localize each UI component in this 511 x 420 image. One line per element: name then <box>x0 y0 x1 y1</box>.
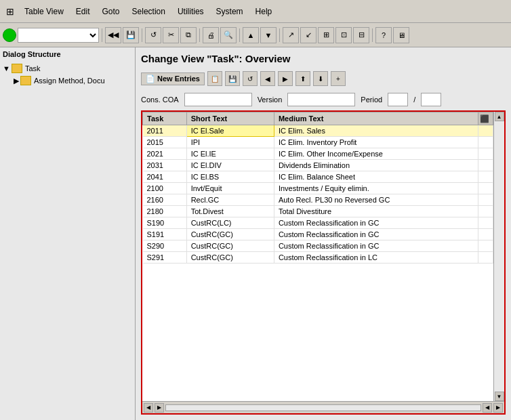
toolbar-copy-btn[interactable]: 📋 <box>207 71 222 86</box>
version-input[interactable] <box>287 93 355 106</box>
scroll-left-btn[interactable]: ◀ <box>144 403 153 413</box>
period-input2[interactable] <box>421 93 441 106</box>
cell-task: S290 <box>143 240 187 252</box>
export-btn[interactable]: ↗ <box>283 27 299 43</box>
find-btn[interactable]: 🔍 <box>220 27 237 43</box>
deselect-btn[interactable]: ⊟ <box>353 27 369 43</box>
folder-icon-assign <box>20 76 31 85</box>
menu-edit[interactable]: Edit <box>70 4 96 19</box>
menu-help[interactable]: Help <box>250 4 278 19</box>
table-row[interactable]: 2015IPIIC Elim. Inventory Profit <box>143 137 493 148</box>
down-btn[interactable]: ▼ <box>260 27 277 43</box>
separator-1 <box>102 28 102 42</box>
new-entries-button[interactable]: 📄 New Entries <box>141 72 205 85</box>
cell-task: 2041 <box>143 171 187 183</box>
table-scroll-area[interactable]: Task Short Text Medium Text ⬛ 2011IC El.… <box>142 112 493 401</box>
scroll-up-btn[interactable]: ▲ <box>495 112 504 121</box>
menu-tableview[interactable]: Table View <box>19 4 69 19</box>
cell-task: 2015 <box>143 137 187 148</box>
toolbar-nav-btn[interactable]: ◀ <box>260 71 275 86</box>
cell-task: 2160 <box>143 194 187 206</box>
menu-utilities[interactable]: Utilities <box>172 4 209 19</box>
cell-medium-text: IC Elim. Sales <box>274 125 478 137</box>
table-header-row: Task Short Text Medium Text ⬛ <box>143 112 493 125</box>
table-row[interactable]: 2180Tot.DivestTotal Divestiture <box>143 206 493 217</box>
cell-short-text: Invt/Equit <box>186 183 274 194</box>
folder-icon-task <box>12 64 22 73</box>
scroll-right-btn[interactable]: ▶ <box>155 403 164 413</box>
cell-task: 2021 <box>143 148 187 160</box>
app-icon[interactable]: ⊞ <box>3 4 18 19</box>
table-row[interactable]: S291CustRC(GC)Custom Reclassification in… <box>143 252 493 264</box>
execute-button[interactable] <box>3 28 16 42</box>
cell-short-text: Recl.GC <box>186 194 274 206</box>
separator-6 <box>372 28 373 42</box>
cell-task: 2180 <box>143 206 187 217</box>
table-row[interactable]: 2011IC El.SaleIC Elim. Sales <box>143 125 493 137</box>
period-input[interactable]: 0 <box>388 93 408 106</box>
help-toolbar-btn[interactable]: ? <box>375 27 392 43</box>
cons-coa-input[interactable] <box>184 93 252 106</box>
menu-selection[interactable]: Selection <box>127 4 171 19</box>
tree-item-task[interactable]: ▼ Task <box>3 62 132 75</box>
copy-btn[interactable]: ⧉ <box>180 27 197 43</box>
detail-btn[interactable]: ⊞ <box>318 27 334 43</box>
select-btn[interactable]: ⊡ <box>335 27 352 43</box>
table-row[interactable]: S191CustRC(GC)Custom Reclassification in… <box>143 229 493 240</box>
table-row[interactable]: S290CustRC(GC)Custom Reclassification in… <box>143 240 493 252</box>
content-area: Dialog Structure ▼ Task ▶ Assign Method,… <box>0 47 511 420</box>
up-btn[interactable]: ▲ <box>243 27 259 43</box>
import-btn[interactable]: ↙ <box>300 27 316 43</box>
table-row[interactable]: 2160Recl.GCAuto Recl. PL30 no Reversed G… <box>143 194 493 206</box>
expand-arrow-assign: ▶ <box>14 77 19 85</box>
table-row[interactable]: 2100Invt/EquitInvestments / Equity elimi… <box>143 183 493 194</box>
toolbar-undo-btn[interactable]: ↺ <box>243 71 258 86</box>
toolbar-save2-btn[interactable]: 💾 <box>225 71 240 86</box>
toolbar-add-btn[interactable]: + <box>331 71 346 86</box>
table-row[interactable]: 2041IC El.BSIC Elim. Balance Sheet <box>143 171 493 183</box>
table-row[interactable]: 2021IC El.IEIC Elim. Other Income/Expens… <box>143 148 493 160</box>
col-header-settings[interactable]: ⬛ <box>478 112 493 125</box>
scroll-down-btn[interactable]: ▼ <box>495 392 504 401</box>
cut-btn[interactable]: ✂ <box>163 27 179 43</box>
cell-medium-text: IC Elim. Other Income/Expense <box>274 148 478 160</box>
toolbar-nav2-btn[interactable]: ▶ <box>278 71 293 86</box>
cell-medium-text: Custom Reclassification in GC <box>274 240 478 252</box>
scroll-left2-btn[interactable]: ◀ <box>483 403 492 413</box>
monitor-btn[interactable]: 🖥 <box>393 27 409 43</box>
table-wrapper: Task Short Text Medium Text ⬛ 2011IC El.… <box>142 112 504 401</box>
menu-goto[interactable]: Goto <box>97 4 125 19</box>
cell-medium-text: IC Elim. Balance Sheet <box>274 171 478 183</box>
toolbar-nav4-btn[interactable]: ⬇ <box>313 71 328 86</box>
col-header-short: Short Text <box>186 112 274 125</box>
scroll-right2-btn[interactable]: ▶ <box>493 403 503 413</box>
horizontal-scrollbar[interactable]: ◀ ▶ ◀ ▶ <box>142 401 504 413</box>
new-entries-icon: 📄 <box>146 75 155 83</box>
dialog-structure-title: Dialog Structure <box>3 50 132 58</box>
table-row[interactable]: S190CustRC(LC)Custom Reclassification in… <box>143 217 493 229</box>
tree-item-assign[interactable]: ▶ Assign Method, Docu <box>14 75 132 87</box>
cell-short-text: Tot.Divest <box>186 206 274 217</box>
cell-short-text: IC El.DIV <box>186 160 274 171</box>
filter-row: Cons. COA Version Period 0 / <box>141 93 506 106</box>
tree-label-assign: Assign Method, Docu <box>34 77 105 85</box>
toolbar-nav3-btn[interactable]: ⬆ <box>295 71 310 86</box>
cell-task: S190 <box>143 217 187 229</box>
scroll-track-h[interactable] <box>165 404 481 411</box>
period-slash: / <box>413 96 415 104</box>
new-entries-label: New Entries <box>157 75 200 83</box>
cell-medium-text: Investments / Equity elimin. <box>274 183 478 194</box>
save-btn[interactable]: 💾 <box>123 27 139 43</box>
print-btn[interactable]: 🖨 <box>203 27 219 43</box>
expand-arrow-task: ▼ <box>3 64 10 72</box>
command-field[interactable] <box>18 28 99 43</box>
separator-3 <box>199 28 200 42</box>
col-header-task: Task <box>143 112 187 125</box>
table-row[interactable]: 2031IC El.DIVDividends Elimination <box>143 160 493 171</box>
nav-first[interactable]: ◀◀ <box>105 27 121 43</box>
cell-medium-text: Auto Recl. PL30 no Reversed GC <box>274 194 478 206</box>
refresh-btn[interactable]: ↺ <box>145 27 161 43</box>
vertical-scrollbar[interactable]: ▲ ▼ <box>493 112 504 401</box>
menu-system[interactable]: System <box>211 4 249 19</box>
cell-task: S291 <box>143 252 187 264</box>
